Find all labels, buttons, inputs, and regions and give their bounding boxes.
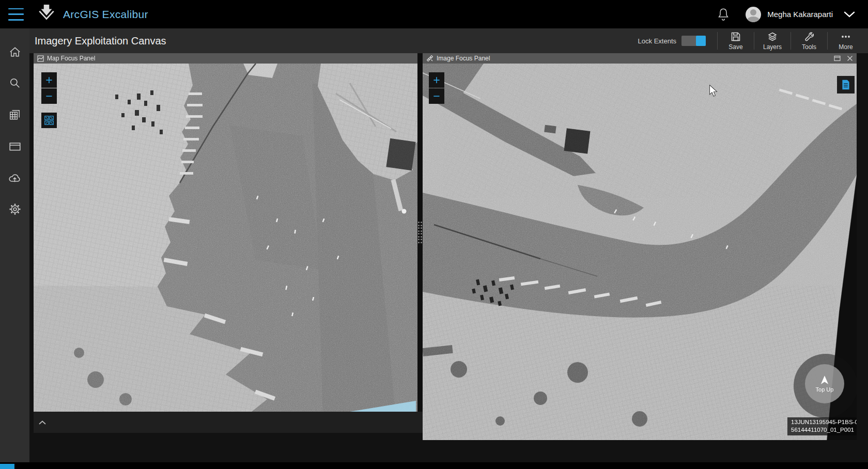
map-zoom-controls: + − bbox=[41, 72, 57, 104]
notifications-bell-icon[interactable] bbox=[717, 7, 730, 22]
footer-accent-strip bbox=[0, 464, 14, 469]
image-focus-panel: Image Focus Panel bbox=[423, 53, 857, 440]
left-sidebar bbox=[0, 28, 29, 469]
map-panel-title: Map Focus Panel bbox=[47, 55, 95, 62]
layers-label: Layers bbox=[763, 43, 782, 51]
map-icon bbox=[37, 55, 44, 62]
brand-title: ArcGIS Excalibur bbox=[63, 8, 148, 21]
app-header: ArcGIS Excalibur Megha Kakaraparti bbox=[0, 0, 868, 28]
user-avatar[interactable] bbox=[746, 7, 761, 22]
tools-label: Tools bbox=[802, 43, 816, 51]
map-focus-panel: Map Focus Panel bbox=[34, 53, 417, 412]
expand-bottom-panel-button[interactable] bbox=[38, 420, 47, 425]
cloud-upload-icon bbox=[8, 172, 21, 183]
settings-gear-icon bbox=[9, 203, 21, 215]
chevron-up-icon bbox=[38, 420, 47, 425]
image-id-line2: 56144411070_01_P001 bbox=[791, 426, 857, 434]
image-surface[interactable]: + − Top Up 13JUN13195945-P1BS-0 bbox=[423, 64, 857, 440]
image-zoom-controls: + − bbox=[429, 72, 444, 104]
ellipsis-icon bbox=[840, 32, 851, 42]
more-label: More bbox=[839, 43, 853, 51]
sidebar-item-imagery[interactable] bbox=[0, 99, 29, 130]
page-title: Imagery Exploitation Canvas bbox=[35, 35, 166, 47]
layers-button[interactable]: Layers bbox=[754, 32, 791, 51]
search-icon bbox=[9, 77, 21, 89]
map-surface[interactable]: + − bbox=[34, 64, 417, 412]
layers-icon bbox=[767, 32, 778, 42]
map-zoom-out-button[interactable]: − bbox=[41, 88, 57, 104]
imagery-layers-icon bbox=[9, 108, 21, 121]
image-metadata-button[interactable] bbox=[837, 76, 855, 93]
image-panel-header[interactable]: Image Focus Panel bbox=[423, 53, 857, 64]
satellite-icon bbox=[426, 55, 433, 62]
image-id-badge: 13JUN13195945-P1BS-0 56144411070_01_P001 bbox=[787, 417, 857, 435]
sidebar-item-settings[interactable] bbox=[0, 193, 29, 225]
document-icon bbox=[841, 79, 851, 90]
map-zoom-in-button[interactable]: + bbox=[41, 72, 57, 88]
projects-icon bbox=[9, 140, 21, 151]
save-label: Save bbox=[729, 43, 742, 51]
image-panel-title: Image Focus Panel bbox=[437, 55, 490, 62]
image-zoom-in-button[interactable]: + bbox=[429, 72, 444, 88]
lock-extents-label: Lock Extents bbox=[638, 37, 676, 45]
map-imagery bbox=[34, 64, 417, 412]
compass-ring: Top Up bbox=[794, 354, 857, 418]
image-zoom-out-button[interactable]: − bbox=[429, 88, 444, 104]
sidebar-item-projects[interactable] bbox=[0, 130, 29, 162]
sidebar-item-upload[interactable] bbox=[0, 162, 29, 193]
top-up-button[interactable]: Top Up bbox=[805, 364, 844, 403]
canvas-toolbar: Imagery Exploitation Canvas Lock Extents… bbox=[29, 28, 868, 53]
map-extent-grid-button[interactable] bbox=[41, 113, 57, 128]
sidebar-item-search[interactable] bbox=[0, 67, 29, 99]
image-id-line1: 13JUN13195945-P1BS-0 bbox=[791, 418, 857, 426]
close-icon[interactable] bbox=[847, 55, 853, 61]
map-panel-header[interactable]: Map Focus Panel bbox=[34, 53, 417, 64]
maximize-icon[interactable] bbox=[834, 55, 841, 61]
excalibur-logo-icon bbox=[37, 4, 56, 25]
sidebar-item-home[interactable] bbox=[0, 36, 29, 67]
workspace-canvas: Map Focus Panel bbox=[29, 53, 868, 462]
panel-splitter[interactable] bbox=[417, 53, 423, 412]
tools-button[interactable]: Tools bbox=[791, 32, 827, 51]
save-icon bbox=[731, 32, 741, 42]
lock-extents-toggle[interactable] bbox=[681, 36, 706, 46]
tools-icon bbox=[804, 32, 814, 42]
more-button[interactable]: More bbox=[828, 32, 864, 51]
save-button[interactable]: Save bbox=[718, 32, 754, 51]
extent-grid-icon bbox=[44, 116, 54, 125]
splitter-grip-icon bbox=[418, 222, 423, 243]
top-up-label: Top Up bbox=[816, 386, 834, 393]
north-arrow-icon bbox=[819, 375, 830, 385]
home-icon bbox=[9, 46, 21, 57]
user-name: Megha Kakaraparti bbox=[767, 10, 833, 19]
user-menu-chevron-down-icon[interactable] bbox=[843, 11, 856, 18]
image-imagery bbox=[423, 64, 857, 440]
hamburger-menu-icon[interactable] bbox=[8, 8, 24, 21]
footer-bar bbox=[0, 462, 868, 469]
